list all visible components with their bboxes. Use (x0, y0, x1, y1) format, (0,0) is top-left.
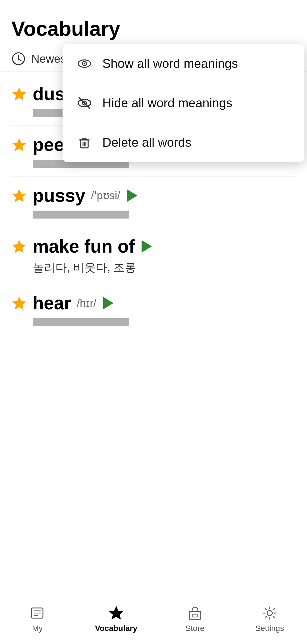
svg-point-10 (84, 63, 85, 64)
dropdown-label-hide-all: Hide all word meanings (102, 96, 232, 110)
trash-icon (77, 135, 92, 150)
dropdown-menu: Show all word meanings Hide all word mea… (63, 44, 304, 162)
dropdown-item-show-all[interactable]: Show all word meanings (63, 44, 304, 83)
dropdown-label-delete-all: Delete all words (102, 135, 191, 150)
dropdown-label-show-all: Show all word meanings (102, 56, 238, 71)
dropdown-overlay[interactable]: Show all word meanings Hide all word mea… (0, 0, 307, 644)
dropdown-item-hide-all[interactable]: Hide all word meanings (63, 83, 304, 123)
eye-off-icon (77, 95, 92, 111)
page-container: Vocabulary Newest F dust (0, 0, 307, 644)
dropdown-item-delete-all[interactable]: Delete all words (63, 123, 304, 162)
eye-icon (77, 56, 92, 71)
